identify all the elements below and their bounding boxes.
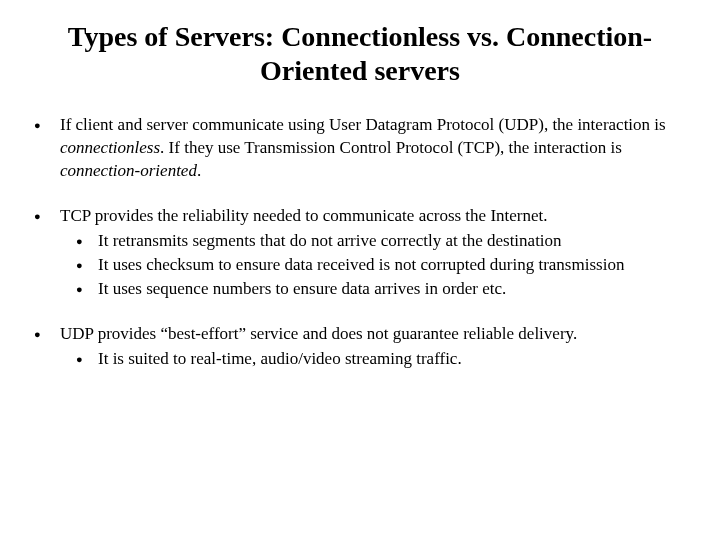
bullet-text-emphasis: connection-oriented — [60, 161, 197, 180]
bullet-text-emphasis: connectionless — [60, 138, 160, 157]
slide-title: Types of Servers: Connectionless vs. Con… — [44, 20, 676, 88]
sub-bullet-item: It is suited to real-time, audio/video s… — [60, 348, 686, 371]
bullet-text-segment: If client and server communicate using U… — [60, 115, 666, 134]
bullet-item: UDP provides “best-effort” service and d… — [34, 323, 686, 371]
sub-bullet-list: It retransmits segments that do not arri… — [60, 230, 686, 301]
bullet-text-segment: . If they use Transmission Control Proto… — [160, 138, 622, 157]
sub-bullet-item: It uses checksum to ensure data received… — [60, 254, 686, 277]
bullet-item: If client and server communicate using U… — [34, 114, 686, 183]
bullet-text: TCP provides the reliability needed to c… — [60, 206, 548, 225]
sub-bullet-item: It uses sequence numbers to ensure data … — [60, 278, 686, 301]
bullet-list: If client and server communicate using U… — [34, 114, 686, 370]
bullet-item: TCP provides the reliability needed to c… — [34, 205, 686, 301]
bullet-text: UDP provides “best-effort” service and d… — [60, 324, 577, 343]
bullet-text-segment: . — [197, 161, 201, 180]
sub-bullet-item: It retransmits segments that do not arri… — [60, 230, 686, 253]
slide: Types of Servers: Connectionless vs. Con… — [0, 0, 720, 540]
sub-bullet-list: It is suited to real-time, audio/video s… — [60, 348, 686, 371]
